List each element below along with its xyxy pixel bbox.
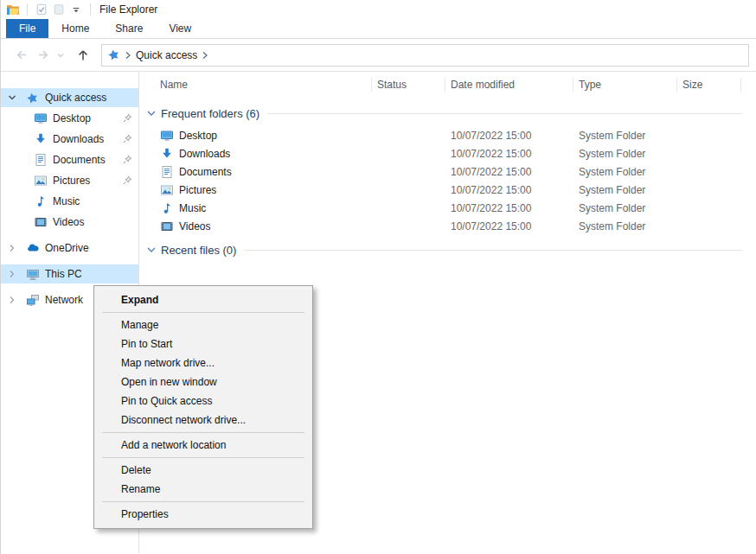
group-header-rule <box>267 113 742 114</box>
file-explorer-window: File Explorer FileHomeShareView Quick ac… <box>0 0 756 554</box>
file-type-cell: System Folder <box>573 130 677 142</box>
file-type-cell: System Folder <box>573 202 677 214</box>
tab-home[interactable]: Home <box>48 19 102 38</box>
group-header-frequent-folders[interactable]: Frequent folders (6) <box>139 105 756 121</box>
file-row-music[interactable]: Music10/07/2022 15:00System Folder <box>139 199 756 217</box>
videos-icon <box>160 220 174 233</box>
address-bar[interactable]: Quick access <box>101 44 749 67</box>
title-bar: File Explorer <box>1 0 756 19</box>
sidebar-item-label: Pictures <box>53 175 90 187</box>
network-icon <box>26 293 40 307</box>
sidebar-item-label: Desktop <box>53 112 91 124</box>
menu-separator <box>102 501 304 502</box>
sidebar-item-music[interactable]: Music <box>1 192 138 211</box>
titlebar-separator <box>27 3 28 16</box>
menu-item-disconnect-network-drive[interactable]: Disconnect network drive... <box>94 411 312 430</box>
tab-share[interactable]: Share <box>102 19 156 38</box>
file-row-downloads[interactable]: Downloads10/07/2022 15:00System Folder <box>139 144 756 162</box>
column-header-status[interactable]: Status <box>372 72 445 98</box>
sidebar-item-documents[interactable]: Documents <box>1 150 138 169</box>
back-button[interactable] <box>10 44 32 67</box>
pictures-icon <box>160 183 174 197</box>
forward-button[interactable] <box>32 44 54 67</box>
sidebar-item-label: OneDrive <box>45 242 89 254</box>
sidebar-item-desktop[interactable]: Desktop <box>1 109 138 128</box>
column-header-type[interactable]: Type <box>573 72 677 98</box>
column-header-name[interactable]: Name <box>139 72 372 98</box>
file-type-cell: System Folder <box>573 184 677 196</box>
file-date-modified-cell: 10/07/2022 15:00 <box>445 220 573 232</box>
titlebar-separator <box>90 3 91 16</box>
file-row-pictures[interactable]: Pictures10/07/2022 15:00System Folder <box>139 181 756 199</box>
breadcrumb-chevron-icon[interactable] <box>202 51 208 60</box>
file-date-modified-cell: 10/07/2022 15:00 <box>445 148 573 160</box>
breadcrumb-chevron-icon[interactable] <box>125 51 131 60</box>
chevron-right-icon <box>7 244 17 252</box>
menu-item-open-in-new-window[interactable]: Open in new window <box>94 373 312 392</box>
file-type-cell: System Folder <box>573 166 677 178</box>
menu-item-properties[interactable]: Properties <box>94 505 312 524</box>
sidebar-item-quick-access[interactable]: Quick access <box>1 88 138 107</box>
menu-item-rename[interactable]: Rename <box>94 480 312 499</box>
menu-item-delete[interactable]: Delete <box>94 461 312 480</box>
sidebar-item-onedrive[interactable]: OneDrive <box>1 239 138 258</box>
file-name-label: Desktop <box>179 130 217 142</box>
sidebar-item-videos[interactable]: Videos <box>1 213 138 232</box>
tab-view[interactable]: View <box>156 19 204 38</box>
properties-icon[interactable] <box>33 2 50 17</box>
group-header-recent-files[interactable]: Recent files (0) <box>139 242 756 258</box>
pin-icon <box>122 175 133 186</box>
chevron-right-icon <box>7 270 17 278</box>
file-name-label: Downloads <box>179 148 230 160</box>
file-date-modified-cell: 10/07/2022 15:00 <box>445 130 573 142</box>
menu-item-add-a-network-location[interactable]: Add a network location <box>94 436 312 455</box>
column-header-date-modified[interactable]: Date modified <box>445 72 573 98</box>
window-title: File Explorer <box>99 3 157 16</box>
menu-item-expand[interactable]: Expand <box>94 290 312 309</box>
group-collapse-chevron-icon[interactable] <box>146 245 157 255</box>
column-header-size[interactable]: Size <box>677 72 741 98</box>
sidebar-item-downloads[interactable]: Downloads <box>1 130 138 149</box>
pin-icon <box>122 154 133 165</box>
file-name-label: Documents <box>179 166 232 178</box>
sidebar-item-label: Music <box>53 195 80 207</box>
sidebar-item-this-pc[interactable]: This PC <box>1 264 138 283</box>
star-icon <box>26 91 40 105</box>
menu-item-manage[interactable]: Manage <box>94 315 312 334</box>
frequent-folders-list: Desktop10/07/2022 15:00System FolderDown… <box>139 126 756 235</box>
sidebar-item-pictures[interactable]: Pictures <box>1 171 138 190</box>
menu-separator <box>102 457 304 458</box>
menu-item-pin-to-quick-access[interactable]: Pin to Quick access <box>94 392 312 411</box>
group-title: Recent files (0) <box>161 244 236 257</box>
column-headers: NameStatusDate modifiedTypeSize <box>139 72 756 98</box>
group-collapse-chevron-icon[interactable] <box>146 108 157 118</box>
music-icon <box>160 201 174 215</box>
file-row-videos[interactable]: Videos10/07/2022 15:00System Folder <box>139 217 756 235</box>
file-date-modified-cell: 10/07/2022 15:00 <box>445 166 573 178</box>
file-date-modified-cell: 10/07/2022 15:00 <box>445 202 573 214</box>
sidebar-item-label: Network <box>45 294 83 306</box>
chevron-right-icon <box>7 296 17 304</box>
file-name-label: Videos <box>179 220 210 232</box>
file-row-documents[interactable]: Documents10/07/2022 15:00System Folder <box>139 162 756 181</box>
desktop-icon <box>34 111 48 125</box>
file-name-cell: Music <box>139 201 372 215</box>
up-button[interactable] <box>72 44 94 67</box>
file-name-label: Pictures <box>179 184 216 196</box>
recent-locations-dropdown[interactable] <box>54 44 67 67</box>
new-folder-icon[interactable] <box>50 2 67 17</box>
explorer-logo-icon <box>4 2 22 17</box>
customize-qat-dropdown-icon[interactable] <box>67 2 85 17</box>
file-row-desktop[interactable]: Desktop10/07/2022 15:00System Folder <box>139 126 756 144</box>
downloads-icon <box>160 147 174 161</box>
onedrive-icon <box>26 241 40 255</box>
menu-item-pin-to-start[interactable]: Pin to Start <box>94 334 312 353</box>
file-name-cell: Pictures <box>139 183 372 197</box>
music-icon <box>34 194 48 208</box>
menu-item-map-network-drive[interactable]: Map network drive... <box>94 353 312 373</box>
breadcrumb-segment-quick-access[interactable]: Quick access <box>136 49 197 61</box>
pictures-icon <box>34 174 48 188</box>
file-date-modified-cell: 10/07/2022 15:00 <box>445 184 573 196</box>
tab-file[interactable]: File <box>6 19 48 38</box>
ribbon-tab-strip: FileHomeShareView <box>1 19 756 39</box>
